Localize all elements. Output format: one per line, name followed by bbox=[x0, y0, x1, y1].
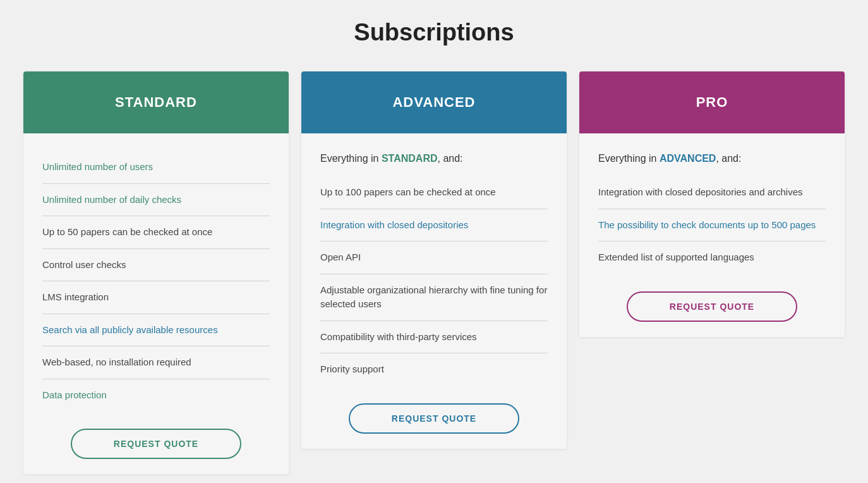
advanced-card: ADVANCED Everything in STANDARD, and: Up… bbox=[301, 71, 567, 449]
advanced-feature-list: Up to 100 papers can be checked at once … bbox=[320, 176, 548, 386]
list-item: Web-based, no installation required bbox=[42, 346, 270, 379]
advanced-card-title: ADVANCED bbox=[314, 94, 554, 111]
standard-request-quote-button[interactable]: REQUEST QUOTE bbox=[71, 429, 241, 459]
advanced-intro-suffix: , and: bbox=[438, 153, 463, 164]
pro-request-quote-button[interactable]: REQUEST QUOTE bbox=[627, 291, 797, 322]
advanced-intro-prefix: Everything in bbox=[320, 153, 382, 164]
list-item: Adjustable organizational hierarchy with… bbox=[320, 274, 548, 321]
list-item: Control user checks bbox=[42, 249, 270, 282]
pro-intro-text: Everything in ADVANCED, and: bbox=[598, 151, 826, 166]
list-item: Unlimited number of users bbox=[42, 151, 270, 184]
advanced-request-quote-button[interactable]: REQUEST QUOTE bbox=[349, 403, 519, 434]
pro-card-body: Everything in ADVANCED, and: Integration… bbox=[579, 133, 845, 337]
advanced-intro-text: Everything in STANDARD, and: bbox=[320, 151, 548, 166]
list-item: Unlimited number of daily checks bbox=[42, 184, 270, 217]
pro-intro-prefix: Everything in bbox=[598, 153, 660, 164]
list-item: The possibility to check documents up to… bbox=[598, 209, 826, 242]
list-item: Open API bbox=[320, 242, 548, 274]
list-item: Priority support bbox=[320, 353, 548, 386]
pro-feature-list: Integration with closed depositories and… bbox=[598, 176, 826, 274]
list-item: LMS integration bbox=[42, 281, 270, 314]
list-item: Data protection bbox=[42, 379, 270, 412]
standard-feature-list: Unlimited number of users Unlimited numb… bbox=[42, 151, 270, 411]
pro-card: PRO Everything in ADVANCED, and: Integra… bbox=[579, 71, 845, 337]
standard-card-header: STANDARD bbox=[23, 71, 289, 133]
list-item: Up to 100 papers can be checked at once bbox=[320, 176, 548, 209]
standard-card-body: Unlimited number of users Unlimited numb… bbox=[23, 133, 289, 474]
pro-card-title: PRO bbox=[592, 94, 832, 111]
pro-intro-suffix: , and: bbox=[716, 153, 741, 164]
advanced-card-header: ADVANCED bbox=[301, 71, 567, 133]
standard-card-title: STANDARD bbox=[36, 94, 276, 111]
page-title: Subscriptions bbox=[354, 19, 514, 46]
cards-container: STANDARD Unlimited number of users Unlim… bbox=[17, 71, 851, 474]
standard-card: STANDARD Unlimited number of users Unlim… bbox=[23, 71, 289, 474]
list-item: Integration with closed depositories and… bbox=[598, 176, 826, 209]
advanced-intro-highlight: STANDARD bbox=[382, 153, 438, 164]
list-item: Compatibility with third-party services bbox=[320, 321, 548, 354]
pro-intro-highlight: ADVANCED bbox=[660, 153, 716, 164]
advanced-card-body: Everything in STANDARD, and: Up to 100 p… bbox=[301, 133, 567, 449]
list-item: Up to 50 papers can be checked at once bbox=[42, 216, 270, 249]
list-item: Search via all publicly available resour… bbox=[42, 314, 270, 347]
pro-card-header: PRO bbox=[579, 71, 845, 133]
list-item: Integration with closed depositories bbox=[320, 209, 548, 242]
list-item: Extended list of supported languages bbox=[598, 242, 826, 274]
